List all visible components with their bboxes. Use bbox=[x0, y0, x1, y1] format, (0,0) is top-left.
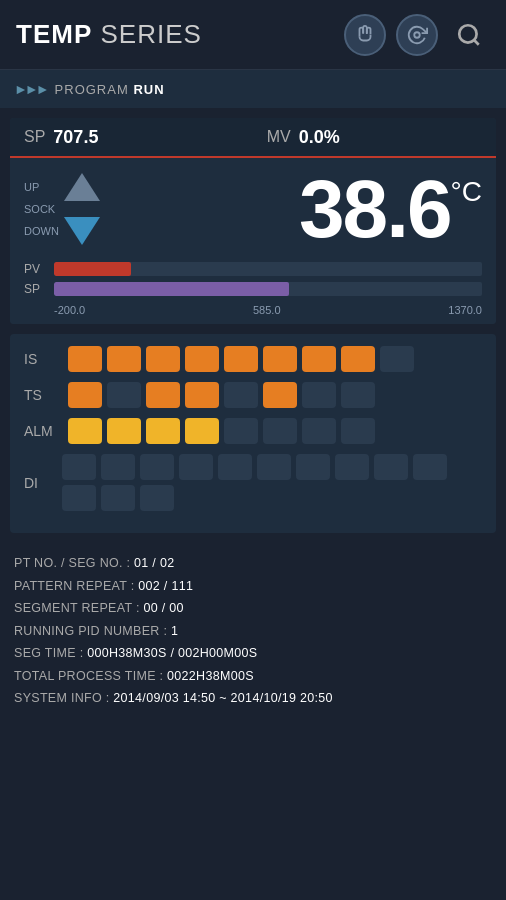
alm-cell-2 bbox=[107, 418, 141, 444]
is-label: IS bbox=[24, 351, 60, 367]
ts-cell-6 bbox=[263, 382, 297, 408]
total-value: 0022H38M00S bbox=[167, 669, 254, 683]
sp-mv-bar: SP 707.5 MV 0.0% bbox=[10, 118, 496, 158]
is-cells bbox=[68, 346, 414, 372]
indicator-section: IS TS ALM bbox=[10, 334, 496, 533]
pt-line: PT NO. / SEG NO. : 01 / 02 bbox=[14, 555, 492, 573]
mv-label: MV bbox=[267, 128, 291, 146]
di-cell-3 bbox=[140, 454, 174, 480]
ts-cell-7 bbox=[302, 382, 336, 408]
scale-row: -200.0 585.0 1370.0 bbox=[24, 302, 482, 322]
pt-value: 01 / 02 bbox=[134, 556, 174, 570]
di-cell-1 bbox=[62, 454, 96, 480]
info-section: PT NO. / SEG NO. : 01 / 02 PATTERN REPEA… bbox=[0, 543, 506, 725]
temperature-unit: °C bbox=[451, 176, 482, 208]
ts-cells bbox=[68, 382, 375, 408]
ts-cell-2 bbox=[107, 382, 141, 408]
alm-cell-4 bbox=[185, 418, 219, 444]
header-icons bbox=[344, 14, 490, 56]
alm-cell-8 bbox=[341, 418, 375, 444]
pv-bar-fill bbox=[54, 262, 131, 276]
ts-cell-5 bbox=[224, 382, 258, 408]
di-cell-11 bbox=[62, 485, 96, 511]
di-label: DI bbox=[24, 475, 54, 491]
di-cells bbox=[62, 454, 482, 511]
segment-line: SEGMENT REPEAT : 00 / 00 bbox=[14, 600, 492, 618]
alm-row: ALM bbox=[24, 418, 482, 444]
scale-mid: 585.0 bbox=[253, 304, 281, 316]
main-display: SP 707.5 MV 0.0% UP SOCK DOWN 38.6 °C PV bbox=[10, 118, 496, 324]
total-line: TOTAL PROCESS TIME : 0022H38M00S bbox=[14, 668, 492, 686]
temp-section: UP SOCK DOWN 38.6 °C bbox=[10, 158, 496, 256]
ts-cell-1 bbox=[68, 382, 102, 408]
title-bold: TEMP bbox=[16, 19, 92, 49]
scale-max: 1370.0 bbox=[448, 304, 482, 316]
is-cell-8 bbox=[341, 346, 375, 372]
di-cell-8 bbox=[335, 454, 369, 480]
seg-time-value: 000H38M30S / 002H00M00S bbox=[87, 646, 257, 660]
is-cell-4 bbox=[185, 346, 219, 372]
arrow-sock-row: SOCK bbox=[24, 203, 56, 215]
play-arrows-icon: ►►► bbox=[14, 81, 47, 97]
di-row: DI bbox=[24, 454, 482, 511]
header: TEMP SERIES bbox=[0, 0, 506, 70]
pattern-line: PATTERN REPEAT : 002 / 111 bbox=[14, 578, 492, 596]
pv-bar-track bbox=[54, 262, 482, 276]
di-cell-7 bbox=[296, 454, 330, 480]
sysinfo-value: 2014/09/03 14:50 ~ 2014/10/19 20:50 bbox=[113, 691, 332, 705]
temperature-value: 38.6 bbox=[100, 168, 451, 250]
search-icon-button[interactable] bbox=[448, 14, 490, 56]
di-cell-2 bbox=[101, 454, 135, 480]
arrows-section: UP SOCK DOWN bbox=[24, 173, 100, 245]
title-light: SERIES bbox=[92, 19, 202, 49]
alm-label: ALM bbox=[24, 423, 60, 439]
sp-bar-label: SP bbox=[24, 282, 46, 296]
pt-label: PT NO. / SEG NO. : bbox=[14, 556, 130, 570]
di-cell-13 bbox=[140, 485, 174, 511]
ts-cell-8 bbox=[341, 382, 375, 408]
segment-value: 00 / 00 bbox=[143, 601, 183, 615]
scale-min: -200.0 bbox=[54, 304, 85, 316]
is-cell-1 bbox=[68, 346, 102, 372]
sysinfo-label: SYSTEM INFO : bbox=[14, 691, 110, 705]
alm-cell-3 bbox=[146, 418, 180, 444]
sysinfo-line: SYSTEM INFO : 2014/09/03 14:50 ~ 2014/10… bbox=[14, 690, 492, 708]
is-cell-9 bbox=[380, 346, 414, 372]
refresh-icon-button[interactable] bbox=[396, 14, 438, 56]
is-cell-7 bbox=[302, 346, 336, 372]
is-cell-2 bbox=[107, 346, 141, 372]
alm-cell-1 bbox=[68, 418, 102, 444]
sp-value: 707.5 bbox=[53, 127, 236, 148]
sp-bar-row: SP bbox=[24, 282, 482, 296]
program-bar: ►►► PROGRAM RUN bbox=[0, 70, 506, 108]
sp-label: SP bbox=[24, 128, 45, 146]
ts-label: TS bbox=[24, 387, 60, 403]
pv-label: PV bbox=[24, 262, 46, 276]
di-cell-5 bbox=[218, 454, 252, 480]
di-cell-9 bbox=[374, 454, 408, 480]
di-cell-12 bbox=[101, 485, 135, 511]
is-row: IS bbox=[24, 346, 482, 372]
arrow-down-button[interactable] bbox=[64, 217, 100, 245]
down-label: DOWN bbox=[24, 225, 56, 237]
mv-value: 0.0% bbox=[299, 127, 482, 148]
di-cell-10 bbox=[413, 454, 447, 480]
svg-point-0 bbox=[414, 32, 420, 38]
svg-point-1 bbox=[459, 25, 476, 42]
up-label: UP bbox=[24, 181, 56, 193]
alm-cell-6 bbox=[263, 418, 297, 444]
arrow-up-row: UP bbox=[24, 173, 100, 201]
sp-bar-track bbox=[54, 282, 482, 296]
hand-icon-button[interactable] bbox=[344, 14, 386, 56]
ts-cell-4 bbox=[185, 382, 219, 408]
pid-line: RUNNING PID NUMBER : 1 bbox=[14, 623, 492, 641]
pattern-value: 002 / 111 bbox=[138, 579, 193, 593]
segment-label: SEGMENT REPEAT : bbox=[14, 601, 140, 615]
app-title: TEMP SERIES bbox=[16, 19, 202, 50]
total-label: TOTAL PROCESS TIME : bbox=[14, 669, 163, 683]
arrow-up-button[interactable] bbox=[64, 173, 100, 201]
pv-bar-row: PV bbox=[24, 262, 482, 276]
arrow-down-row: DOWN bbox=[24, 217, 100, 245]
alm-cell-5 bbox=[224, 418, 258, 444]
di-cell-6 bbox=[257, 454, 291, 480]
